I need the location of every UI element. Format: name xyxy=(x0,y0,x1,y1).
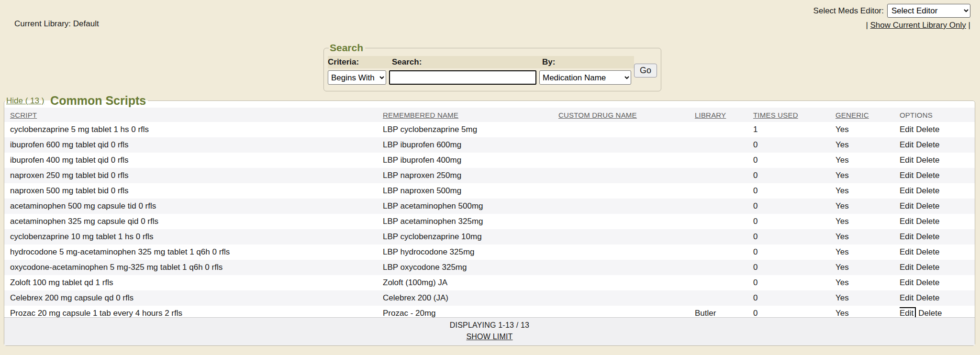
hide-toggle-link[interactable]: Hide ( 13 ) xyxy=(6,96,44,105)
show-library-row: | Show Current Library Only | xyxy=(813,21,970,30)
custom-drug-name-cell xyxy=(558,214,695,229)
remembered-name-cell: LBP hydrocodone 325mg xyxy=(383,244,558,260)
delete-link[interactable]: Delete xyxy=(916,278,939,287)
script-cell: oxycodone-acetaminophen 5 mg-325 mg tabl… xyxy=(4,260,383,275)
generic-cell: Yes xyxy=(835,290,900,306)
edit-link[interactable]: Edit xyxy=(900,125,913,134)
column-header-library[interactable]: LIBRARY xyxy=(695,108,753,122)
script-cell: ibuprofen 400 mg tablet qid 0 rfls xyxy=(4,153,383,168)
custom-drug-name-cell xyxy=(558,153,695,168)
times-used-cell: 0 xyxy=(753,229,835,244)
times-used-cell: 0 xyxy=(753,183,835,199)
options-cell: EditDelete xyxy=(900,275,975,290)
times-used-cell: 0 xyxy=(753,275,835,290)
delete-link[interactable]: Delete xyxy=(916,263,939,272)
delete-link[interactable]: Delete xyxy=(916,186,939,195)
edit-link[interactable]: Edit xyxy=(900,278,913,287)
search-label: Search: xyxy=(389,56,539,68)
by-cell: Medication Name xyxy=(539,70,634,85)
delete-link[interactable]: Delete xyxy=(916,155,939,165)
current-library-label: Current Library: Default xyxy=(14,19,99,29)
edit-link[interactable]: Edit xyxy=(900,232,913,241)
scripts-table-body: cyclobenzaprine 5 mg tablet 1 hs 0 rflsL… xyxy=(4,122,975,321)
column-header-script[interactable]: SCRIPT xyxy=(4,108,383,122)
generic-cell: Yes xyxy=(835,214,900,229)
criteria-select[interactable]: Begins With xyxy=(328,70,386,85)
pipe-left: | xyxy=(866,21,868,30)
column-header-custom-drug-name[interactable]: CUSTOM DRUG NAME xyxy=(558,108,695,122)
delete-link[interactable]: Delete xyxy=(916,125,939,134)
custom-drug-name-cell xyxy=(558,275,695,290)
generic-cell: Yes xyxy=(835,229,900,244)
custom-drug-name-cell xyxy=(558,260,695,275)
generic-cell: Yes xyxy=(835,153,900,168)
library-cell xyxy=(695,168,753,183)
table-row: cyclobenzaprine 5 mg tablet 1 hs 0 rflsL… xyxy=(4,122,975,137)
generic-cell: Yes xyxy=(835,275,900,290)
remembered-name-cell: Celebrex 200 (JA) xyxy=(383,290,558,306)
meds-editor-select[interactable]: Select Editor xyxy=(887,4,970,18)
edit-link[interactable]: Edit xyxy=(900,201,913,211)
generic-cell: Yes xyxy=(835,122,900,137)
edit-link[interactable]: Edit xyxy=(900,247,913,256)
displaying-count: DISPLAYING 1-13 / 13 xyxy=(4,321,975,330)
custom-drug-name-cell xyxy=(558,137,695,153)
by-label: By: xyxy=(539,56,634,68)
library-cell xyxy=(695,260,753,275)
custom-drug-name-cell xyxy=(558,244,695,260)
remembered-name-cell: LBP naproxen 500mg xyxy=(383,183,558,199)
delete-link[interactable]: Delete xyxy=(916,201,939,211)
delete-link[interactable]: Delete xyxy=(916,247,939,256)
column-header-times-used[interactable]: TIMES USED xyxy=(753,108,835,122)
times-used-cell: 0 xyxy=(753,168,835,183)
remembered-name-cell: LBP naproxen 250mg xyxy=(383,168,558,183)
table-row: ibuprofen 600 mg tablet qid 0 rflsLBP ib… xyxy=(4,137,975,153)
delete-link[interactable]: Delete xyxy=(916,217,939,226)
remembered-name-cell: LBP ibuprofen 600mg xyxy=(383,137,558,153)
pipe-right: | xyxy=(969,21,970,30)
edit-link[interactable]: Edit xyxy=(900,155,913,165)
options-cell: EditDelete xyxy=(900,244,975,260)
show-current-library-link[interactable]: Show Current Library Only xyxy=(870,21,966,30)
custom-drug-name-cell xyxy=(558,168,695,183)
search-cell xyxy=(389,70,539,85)
search-input[interactable] xyxy=(389,70,536,85)
library-cell xyxy=(695,275,753,290)
generic-cell: Yes xyxy=(835,183,900,199)
library-cell xyxy=(695,122,753,137)
options-cell: EditDelete xyxy=(900,137,975,153)
times-used-cell: 0 xyxy=(753,199,835,214)
edit-link[interactable]: Edit xyxy=(900,171,913,180)
delete-link[interactable]: Delete xyxy=(916,140,939,149)
column-header-generic[interactable]: GENERIC xyxy=(835,108,900,122)
by-select[interactable]: Medication Name xyxy=(539,70,631,85)
edit-link[interactable]: Edit xyxy=(900,217,913,226)
search-legend: Search xyxy=(329,42,365,54)
common-scripts-title: Common Scripts xyxy=(50,94,146,107)
edit-link[interactable]: Edit xyxy=(900,140,913,149)
go-button[interactable]: Go xyxy=(634,64,657,78)
edit-link[interactable]: Edit xyxy=(900,186,913,195)
edit-link[interactable]: Edit xyxy=(900,293,913,302)
generic-cell: Yes xyxy=(835,137,900,153)
library-cell xyxy=(695,290,753,306)
library-cell xyxy=(695,229,753,244)
column-header-remembered-name[interactable]: REMEMBERED NAME xyxy=(383,108,558,122)
edit-link[interactable]: Edit xyxy=(900,263,913,272)
show-limit-link[interactable]: SHOW LIMIT xyxy=(466,333,512,341)
options-cell: EditDelete xyxy=(900,260,975,275)
options-cell: EditDelete xyxy=(900,153,975,168)
script-cell: acetaminophen 500 mg capsule tid 0 rfls xyxy=(4,199,383,214)
remembered-name-cell: LBP oxycodone 325mg xyxy=(383,260,558,275)
remembered-name-cell: Zoloft (100mg) JA xyxy=(383,275,558,290)
delete-link[interactable]: Delete xyxy=(918,309,942,318)
custom-drug-name-cell xyxy=(558,229,695,244)
delete-link[interactable]: Delete xyxy=(916,293,939,302)
top-bar-right: Select Meds Editor: Select Editor | Show… xyxy=(813,4,970,30)
table-row: cyclobenzaprine 10 mg tablet 1 hs 0 rfls… xyxy=(4,229,975,244)
custom-drug-name-cell xyxy=(558,122,695,137)
times-used-cell: 0 xyxy=(753,214,835,229)
delete-link[interactable]: Delete xyxy=(916,171,939,180)
custom-drug-name-cell xyxy=(558,199,695,214)
delete-link[interactable]: Delete xyxy=(916,232,939,241)
